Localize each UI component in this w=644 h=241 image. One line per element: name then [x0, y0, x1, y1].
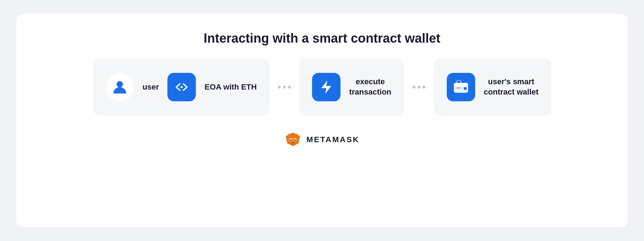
metamask-footer: METAMASK	[284, 131, 359, 148]
page-title: Interacting with a smart contract wallet	[204, 31, 440, 46]
metamask-brand-label: METAMASK	[306, 135, 359, 144]
user-label: user	[143, 82, 159, 92]
svg-point-14	[292, 141, 294, 143]
svg-point-0	[117, 81, 123, 87]
wallet-icon	[453, 80, 469, 94]
right-group-box: user's smartcontract wallet	[434, 59, 551, 116]
dot-1	[278, 86, 281, 89]
dot-6	[423, 86, 425, 89]
wallet-label: user's smartcontract wallet	[484, 77, 538, 97]
middle-group-box: executetransaction	[299, 59, 404, 116]
svg-rect-5	[456, 87, 461, 89]
code-icon	[174, 80, 189, 95]
user-icon-container	[106, 73, 134, 101]
svg-point-12	[290, 139, 291, 141]
svg-point-13	[294, 139, 296, 141]
dot-2	[283, 86, 286, 89]
dot-3	[288, 86, 291, 89]
eoa-icon-container	[167, 73, 196, 101]
connector-2	[404, 86, 434, 89]
svg-point-4	[464, 87, 467, 90]
dot-5	[418, 86, 420, 89]
eoa-label: EOA with ETH	[204, 82, 257, 92]
left-group-box: user EOA with ETH	[93, 59, 270, 116]
person-icon	[112, 79, 128, 95]
svg-point-1	[181, 86, 183, 88]
dot-4	[413, 86, 415, 89]
diagram-area: user EOA with ETH	[38, 59, 606, 116]
connector-1	[269, 86, 299, 89]
bolt-icon-container	[312, 73, 340, 101]
execute-label: executetransaction	[349, 77, 391, 97]
bolt-icon	[320, 80, 333, 95]
metamask-logo-icon	[284, 131, 301, 148]
main-card: Interacting with a smart contract wallet…	[16, 14, 628, 227]
wallet-icon-container	[447, 73, 475, 101]
